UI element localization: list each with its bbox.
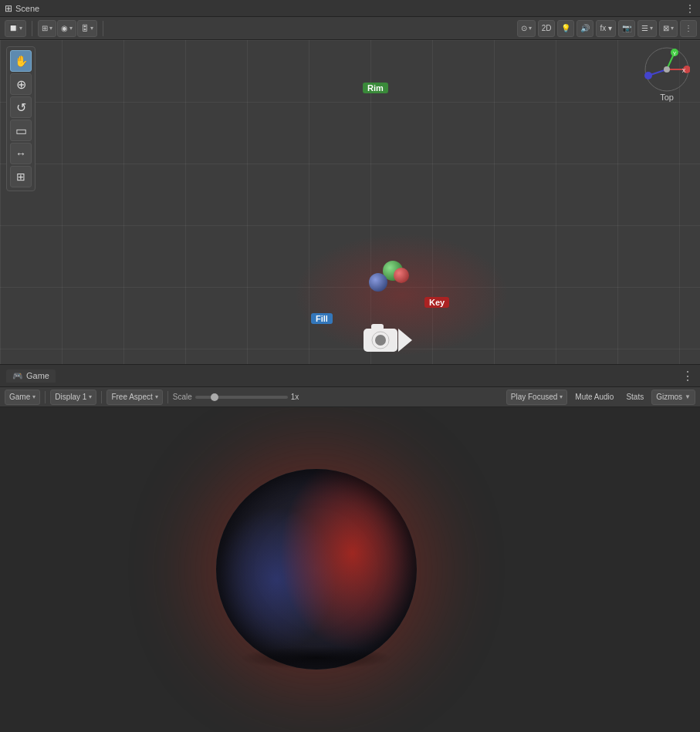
- blue-light-object[interactable]: [369, 273, 387, 292]
- scene-more-button[interactable]: ⋮: [680, 20, 697, 37]
- game-tab[interactable]: 🎮 Game: [6, 369, 56, 383]
- play-focused-dropdown[interactable]: Play Focused ▾: [506, 390, 568, 405]
- game-dropdown-label: Game: [9, 393, 30, 401]
- scene-panel: ✋ ⊕ ↺ ▭ ↔ ⊞ Rim Key Fill: [0, 40, 700, 364]
- svg-point-2: [375, 335, 386, 346]
- separator: [167, 391, 168, 403]
- game-tab-label: Game: [26, 371, 49, 380]
- more-icon: ⋮: [685, 24, 692, 32]
- gizmo-widget[interactable]: X Y Top: [640, 46, 694, 116]
- game-dropdown[interactable]: Game ▾: [5, 390, 40, 405]
- scale-thumb[interactable]: [211, 393, 218, 401]
- aspect-dropdown-label: Free Aspect: [111, 393, 152, 401]
- light-icon: 💡: [561, 24, 570, 32]
- overlay-icon: ⊞: [42, 24, 48, 32]
- separator: [32, 21, 32, 36]
- chevron-down-icon: ▾: [69, 25, 73, 32]
- game-tab-icon: 🎮: [12, 371, 23, 381]
- scale-slider[interactable]: [195, 396, 288, 399]
- stats-label: Stats: [626, 393, 644, 401]
- sphere-container: [216, 469, 417, 670]
- svg-text:Y: Y: [673, 51, 677, 56]
- gizmos-dropdown[interactable]: Gizmos ▼: [651, 390, 695, 405]
- separator: [101, 391, 102, 403]
- scene-toolbar: 🔲 ▾ ⊞ ▾ ◉ ▾ 🎛 ▾ ⊙ ▾ 2D 💡 🔊: [0, 17, 700, 40]
- scene-grid: [0, 40, 700, 364]
- gizmo-svg: X Y: [644, 46, 690, 93]
- effects-icon: 🎛: [81, 24, 89, 32]
- persp-dropdown[interactable]: ⊙ ▾: [517, 20, 536, 37]
- svg-marker-4: [398, 329, 412, 352]
- sphere-object: [216, 469, 417, 670]
- game-toolbar-right: Play Focused ▾ Mute Audio Stats Gizmos ▼: [506, 390, 695, 405]
- scene-titlebar: ⊞ Scene ⋮: [0, 0, 700, 17]
- scale-value: 1x: [291, 393, 299, 401]
- move-icon: ⊕: [16, 77, 26, 92]
- camera-button[interactable]: 📷: [618, 20, 635, 37]
- play-focused-label: Play Focused: [511, 393, 558, 401]
- chevron-down-icon: ▾: [560, 393, 563, 400]
- aspect-icon: ⊠: [663, 24, 669, 32]
- hand-icon: ✋: [15, 55, 28, 67]
- rect-tool-button[interactable]: ▭: [10, 120, 32, 141]
- scene-tools-panel: ✋ ⊕ ↺ ▭ ↔ ⊞: [6, 46, 36, 191]
- aspect-dropdown[interactable]: Free Aspect ▾: [107, 390, 162, 405]
- rect-icon: ▭: [15, 123, 27, 138]
- chevron-down-icon: ▾: [49, 25, 52, 32]
- chevron-down-icon: ▾: [32, 393, 36, 400]
- rim-label[interactable]: Rim: [363, 83, 388, 93]
- overlay-dropdown[interactable]: ⊞ ▾: [38, 20, 56, 37]
- mute-audio-button[interactable]: Mute Audio: [570, 390, 618, 405]
- scale-group: Scale 1x: [173, 393, 503, 401]
- separator: [103, 21, 103, 36]
- move-tool-button[interactable]: ⊕: [10, 73, 32, 95]
- persp-icon: ⊙: [521, 24, 527, 32]
- scene-grid-icon: ⊞: [5, 3, 12, 14]
- sphere-shadow: [239, 646, 394, 670]
- camera-icon: 📷: [622, 24, 631, 32]
- shading-icon: ◉: [61, 24, 68, 32]
- chevron-down-icon: ▾: [671, 25, 674, 32]
- stats-button[interactable]: Stats: [621, 390, 648, 405]
- display-dropdown[interactable]: Display 1 ▾: [50, 390, 96, 405]
- game-toolbar: Game ▾ Display 1 ▾ Free Aspect ▾ Scale 1…: [0, 387, 700, 407]
- fx-dropdown: fx ▾: [600, 24, 612, 32]
- chevron-down-icon: ▾: [90, 25, 93, 32]
- transform-tool-button[interactable]: ⊞: [10, 166, 32, 187]
- camera-object[interactable]: [360, 318, 414, 364]
- scene-more-icon[interactable]: ⋮: [685, 2, 695, 15]
- svg-text:X: X: [682, 68, 686, 73]
- game-view: [0, 407, 700, 732]
- aspect-dropdown[interactable]: ⊠ ▾: [659, 20, 678, 37]
- gizmo-effects-dropdown[interactable]: 🎛 ▾: [77, 20, 97, 37]
- scale-tool-button[interactable]: ↔: [10, 143, 32, 164]
- gizmos-label: Gizmos: [656, 393, 682, 401]
- audio-button[interactable]: 🔊: [577, 20, 593, 37]
- mode-icon: ☰: [641, 24, 648, 32]
- view-icon: 🔲: [8, 24, 18, 32]
- game-tabbar: 🎮 Game ⋮: [0, 364, 700, 387]
- chevron-down-icon: ▾: [155, 393, 158, 400]
- hand-tool-button[interactable]: ✋: [10, 50, 32, 72]
- svg-point-14: [664, 66, 670, 73]
- svg-rect-3: [371, 324, 384, 330]
- shading-dropdown[interactable]: ◉ ▾: [57, 20, 76, 37]
- 2d-label: 2D: [542, 24, 552, 32]
- red-light-object[interactable]: [394, 268, 409, 283]
- rotate-tool-button[interactable]: ↺: [10, 96, 32, 118]
- key-label[interactable]: Key: [424, 297, 449, 308]
- scene-view-dropdown[interactable]: 🔲 ▾: [5, 20, 26, 37]
- audio-icon: 🔊: [580, 24, 590, 32]
- chevron-down-icon: ▾: [529, 25, 532, 32]
- chevron-down-icon: ▾: [19, 25, 22, 32]
- svg-point-13: [644, 72, 652, 79]
- 2d-button[interactable]: 2D: [538, 20, 556, 37]
- gizmos-arrow: ▼: [685, 393, 691, 400]
- gizmo-top-label: Top: [660, 93, 674, 102]
- fill-label[interactable]: Fill: [311, 313, 333, 324]
- light-button[interactable]: 💡: [557, 20, 574, 37]
- game-tab-more[interactable]: ⋮: [681, 369, 694, 383]
- mode-dropdown[interactable]: ☰ ▾: [637, 20, 657, 37]
- separator: [45, 391, 46, 403]
- fx-button[interactable]: fx ▾: [596, 20, 616, 37]
